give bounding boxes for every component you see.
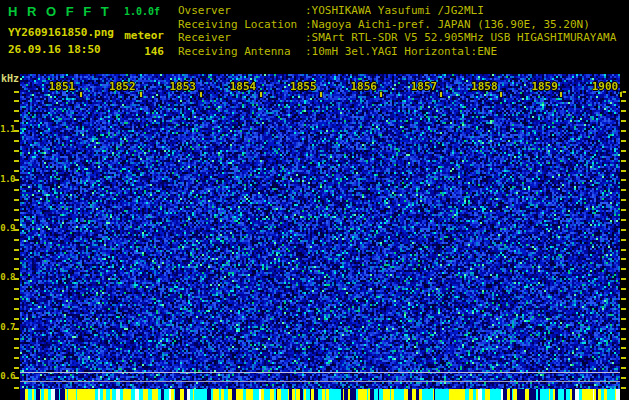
datetime-label: 26.09.16 18:50	[8, 43, 101, 56]
info-row-receiver: Receiver:SMArt RTL-SDR V5 52.905MHz USB …	[178, 31, 616, 45]
freq-minor-tick	[14, 268, 19, 270]
freq-minor-tick	[14, 239, 19, 241]
freq-minor-tick-right	[621, 229, 626, 231]
minute-tick	[200, 92, 202, 97]
info-label: Receiving Antenna	[178, 45, 305, 59]
output-filename: YY2609161850.png	[8, 26, 114, 39]
freq-minor-tick-right	[621, 219, 626, 221]
freq-minor-tick-right	[621, 268, 626, 270]
freq-minor-tick-right	[621, 130, 626, 132]
minute-tick	[500, 92, 502, 97]
freq-minor-tick-right	[621, 150, 626, 152]
freq-minor-tick	[14, 150, 19, 152]
freq-minor-tick-right	[621, 170, 626, 172]
freq-minor-tick-right	[621, 328, 626, 330]
freq-minor-tick	[14, 130, 19, 132]
freq-minor-tick-right	[621, 258, 626, 260]
freq-axis-label: 1.1	[0, 124, 15, 134]
info-value: :Nagoya Aichi-pref. JAPAN (136.90E, 35.2…	[305, 18, 590, 31]
freq-minor-tick-right	[621, 278, 626, 280]
freq-minor-tick	[14, 308, 19, 310]
freq-minor-tick	[14, 209, 19, 211]
freq-minor-tick	[14, 387, 19, 389]
freq-minor-tick	[14, 367, 19, 369]
freq-minor-tick-right	[621, 209, 626, 211]
time-axis-label: 1857	[407, 80, 441, 93]
freq-minor-tick	[14, 229, 19, 231]
freq-minor-tick	[14, 170, 19, 172]
freq-minor-tick	[14, 219, 19, 221]
freq-minor-tick-right	[621, 140, 626, 142]
mode-label: meteor	[118, 29, 164, 42]
minute-tick	[260, 92, 262, 97]
freq-minor-tick	[14, 100, 19, 102]
station-info: Ovserver:YOSHIKAWA Yasufumi /JG2MLI Rece…	[178, 4, 616, 58]
freq-minor-tick	[14, 328, 19, 330]
time-axis-label: 1856	[347, 80, 381, 93]
freq-minor-tick	[14, 357, 19, 359]
freq-minor-tick-right	[621, 367, 626, 369]
freq-minor-tick-right	[621, 377, 626, 379]
info-value: :SMArt RTL-SDR V5 52.905MHz USB HIGASHIM…	[305, 31, 616, 44]
info-label: Receiving Location	[178, 18, 305, 32]
minute-tick	[440, 92, 442, 97]
freq-minor-tick	[14, 91, 19, 93]
minute-tick	[380, 92, 382, 97]
freq-minor-tick	[14, 110, 19, 112]
freq-minor-tick-right	[621, 100, 626, 102]
freq-minor-tick	[14, 199, 19, 201]
info-row-observer: Ovserver:YOSHIKAWA Yasufumi /JG2MLI	[178, 4, 616, 18]
freq-axis-label: 0.7	[0, 322, 15, 332]
meteor-count: 146	[118, 45, 164, 58]
freq-minor-tick-right	[621, 308, 626, 310]
freq-minor-tick-right	[621, 199, 626, 201]
freq-minor-tick-right	[621, 357, 626, 359]
freq-minor-tick-right	[621, 387, 626, 389]
freq-minor-tick	[14, 377, 19, 379]
freq-minor-tick-right	[621, 189, 626, 191]
info-value: :10mH 3el.YAGI Horizontal:ENE	[305, 45, 497, 58]
info-label: Receiver	[178, 31, 305, 45]
freq-minor-tick	[14, 258, 19, 260]
freq-axis-label: 0.6	[0, 371, 15, 381]
freq-minor-tick	[14, 347, 19, 349]
freq-minor-tick	[14, 189, 19, 191]
signal-level-strip	[20, 389, 620, 400]
time-axis-label: 1855	[286, 80, 320, 93]
spectrogram-canvas	[20, 74, 620, 389]
freq-minor-tick-right	[621, 179, 626, 181]
freq-minor-tick-right	[621, 110, 626, 112]
hrofft-window: H R O F F T 1.0.0f YY2609161850.png mete…	[0, 0, 629, 400]
freq-minor-tick	[14, 160, 19, 162]
freq-axis-unit: kHz	[1, 73, 19, 84]
freq-minor-tick-right	[621, 298, 626, 300]
app-version: 1.0.0f	[124, 6, 160, 17]
freq-minor-tick-right	[621, 347, 626, 349]
freq-minor-tick	[14, 278, 19, 280]
info-row-antenna: Receiving Antenna:10mH 3el.YAGI Horizont…	[178, 45, 616, 59]
time-axis-label: 1854	[226, 80, 260, 93]
minute-tick	[620, 92, 622, 97]
freq-minor-tick-right	[621, 288, 626, 290]
freq-axis-label: 0.9	[0, 223, 15, 233]
time-axis-label: 1853	[166, 80, 200, 93]
app-title: H R O F F T	[8, 4, 112, 19]
time-axis-label: 1858	[467, 80, 501, 93]
info-label: Ovserver	[178, 4, 305, 18]
time-axis-label: 1859	[528, 80, 562, 93]
info-value: :YOSHIKAWA Yasufumi /JG2MLI	[305, 4, 484, 17]
freq-axis-label: 0.8	[0, 272, 15, 282]
freq-minor-tick	[14, 288, 19, 290]
freq-minor-tick-right	[621, 239, 626, 241]
freq-minor-tick-right	[621, 160, 626, 162]
time-axis-label: 1851	[45, 80, 79, 93]
minute-tick	[80, 92, 82, 97]
freq-minor-tick-right	[621, 318, 626, 320]
freq-minor-tick-right	[621, 120, 626, 122]
freq-minor-tick	[14, 338, 19, 340]
freq-minor-tick	[14, 318, 19, 320]
time-axis-label: 1900	[588, 80, 622, 93]
info-row-location: Receiving Location:Nagoya Aichi-pref. JA…	[178, 18, 616, 32]
minute-tick	[320, 92, 322, 97]
freq-minor-tick-right	[621, 338, 626, 340]
